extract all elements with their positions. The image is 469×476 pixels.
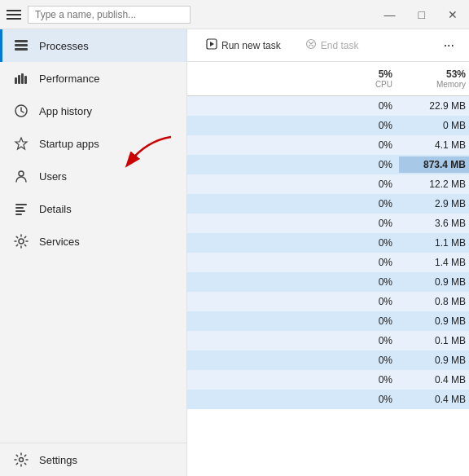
table-row[interactable]: 0% 0.8 MB 0 MB/s 0 Mbps (187, 292, 469, 311)
sidebar-label-users: Users (39, 170, 67, 183)
sidebar-label-settings: Settings (39, 454, 77, 466)
header-name (187, 65, 334, 92)
cell-cpu: 0% (334, 313, 399, 329)
sidebar-item-startup-apps[interactable]: Startup apps (0, 127, 186, 160)
cell-name (187, 254, 334, 271)
run-new-task-button[interactable]: Run new task (197, 34, 290, 56)
table-row[interactable]: 0% 2.9 MB 0 MB/s 0 Mbps (187, 194, 469, 214)
cell-cpu: 0% (334, 156, 399, 173)
table-row[interactable]: 0% 0.4 MB 0 MB/s 0 Mbps (187, 390, 469, 409)
cell-cpu: 0% (334, 391, 399, 408)
cell-memory: 1.4 MB (399, 254, 469, 271)
cell-cpu: 0% (334, 176, 399, 192)
cell-name (187, 352, 334, 368)
close-button[interactable]: ✕ (443, 7, 462, 23)
svg-rect-3 (15, 77, 17, 84)
sidebar-item-performance[interactable]: Performance (0, 62, 186, 95)
header-cpu[interactable]: 5% CPU (334, 65, 399, 92)
cell-cpu: 0% (334, 352, 399, 368)
svg-rect-5 (21, 73, 24, 84)
table-row[interactable]: 0% 0.1 MB 0 MB/s 0 Mbps (187, 331, 469, 350)
window-controls: — □ ✕ (379, 7, 462, 23)
end-task-button[interactable]: End task (296, 34, 368, 56)
cell-name (187, 137, 334, 153)
users-icon (13, 168, 29, 184)
sidebar-label-startup-apps: Startup apps (39, 138, 99, 150)
svg-rect-11 (15, 210, 25, 212)
svg-rect-6 (24, 76, 27, 84)
svg-point-13 (19, 239, 24, 244)
cell-cpu: 0% (334, 215, 399, 231)
cell-memory: 0.4 MB (399, 391, 469, 408)
run-task-icon (206, 38, 217, 52)
svg-rect-10 (15, 207, 24, 209)
sidebar-item-services[interactable]: Services (0, 225, 186, 258)
cell-name (187, 274, 334, 290)
details-icon (13, 201, 29, 217)
sidebar-label-app-history: App history (39, 105, 92, 117)
svg-rect-12 (15, 214, 22, 215)
performance-icon (13, 70, 29, 86)
cell-name (187, 176, 334, 192)
cell-cpu: 0% (334, 293, 399, 310)
table-row[interactable]: 0% 0.9 MB 0 MB/s 0 Mbps (187, 311, 469, 331)
svg-rect-0 (15, 40, 28, 42)
cell-memory: 0.4 MB (399, 372, 469, 388)
cell-name (187, 98, 334, 114)
search-box[interactable] (28, 6, 191, 24)
sidebar-item-processes[interactable]: Processes (0, 29, 186, 62)
app-history-icon (13, 103, 29, 119)
end-task-label: End task (321, 40, 359, 51)
cell-memory: 873.4 MB (399, 156, 469, 173)
cell-name (187, 293, 334, 310)
maximize-button[interactable]: □ (414, 7, 430, 23)
svg-rect-4 (18, 75, 20, 84)
sidebar-item-details[interactable]: Details (0, 192, 186, 225)
cell-cpu: 0% (334, 137, 399, 153)
table-row[interactable]: 0% 3.6 MB 0 MB/s 0 Mbps (187, 214, 469, 233)
cell-name (187, 372, 334, 388)
cell-name (187, 391, 334, 408)
table-row[interactable]: 0% 0.9 MB 0 MB/s 0 Mbps (187, 272, 469, 292)
cell-name (187, 313, 334, 329)
sidebar-label-processes: Processes (39, 40, 89, 52)
run-task-label: Run new task (221, 40, 281, 51)
sidebar-item-users[interactable]: Users (0, 160, 186, 192)
table-body[interactable]: 0% 22.9 MB 0 MB/s 0 Mbps 0% 0 MB 0 MB/s … (187, 96, 469, 476)
svg-rect-2 (15, 48, 28, 51)
table-row[interactable]: 0% 1.1 MB 0 MB/s 0 Mbps (187, 233, 469, 253)
cell-cpu: 0% (334, 98, 399, 114)
cell-memory: 2.9 MB (399, 196, 469, 212)
cell-name (187, 215, 334, 231)
hamburger-menu[interactable] (7, 10, 21, 20)
table-row[interactable]: 0% 22.9 MB 0 MB/s 0 Mbps (187, 96, 469, 116)
settings-icon (13, 452, 29, 468)
header-memory[interactable]: 53% Memory (399, 65, 469, 92)
cell-memory: 0.9 MB (399, 352, 469, 368)
table-row[interactable]: 0% 0.9 MB 0 MB/s 0 Mbps (187, 350, 469, 370)
more-options-button[interactable]: ··· (439, 37, 459, 55)
svg-point-14 (20, 458, 24, 462)
sidebar-item-app-history[interactable]: App history (0, 95, 186, 127)
svg-point-8 (19, 171, 24, 176)
table-row[interactable]: 0% 12.2 MB 0 MB/s 0 Mbps (187, 174, 469, 194)
services-icon (13, 233, 29, 249)
sidebar-item-settings[interactable]: Settings (0, 443, 186, 476)
table-row[interactable]: 0% 873.4 MB 0.1 MB/s 0 Mbps (187, 155, 469, 174)
startup-apps-icon (13, 135, 29, 152)
search-input[interactable] (28, 6, 191, 24)
table-row[interactable]: 0% 1.4 MB 0 MB/s 0 Mbps (187, 253, 469, 272)
minimize-button[interactable]: — (379, 7, 401, 23)
cell-memory: 0.8 MB (399, 293, 469, 310)
cell-cpu: 0% (334, 372, 399, 388)
cell-cpu: 0% (334, 274, 399, 290)
cell-memory: 0.1 MB (399, 333, 469, 349)
table-row[interactable]: 0% 0.4 MB 0 MB/s 0 Mbps (187, 370, 469, 390)
sidebar: Processes Performance App history (0, 29, 187, 476)
cell-memory: 0 MB (399, 117, 469, 134)
end-task-icon (305, 38, 317, 52)
cell-memory: 12.2 MB (399, 176, 469, 192)
svg-rect-9 (15, 204, 27, 205)
table-row[interactable]: 0% 0 MB 0 MB/s 0 Mbps (187, 116, 469, 135)
table-row[interactable]: 0% 4.1 MB 0 MB/s 0 Mbps (187, 135, 469, 155)
